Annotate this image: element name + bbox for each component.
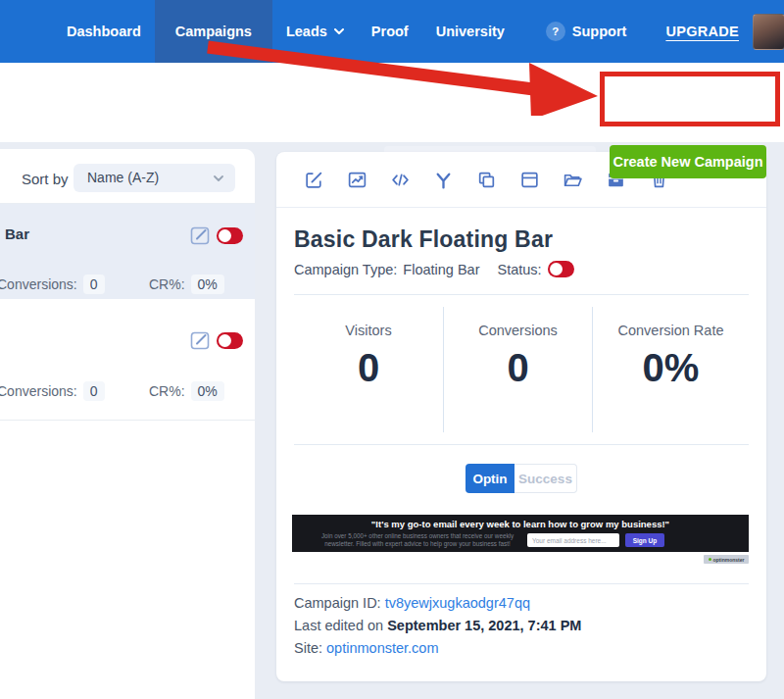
- duplicate-icon: [476, 170, 497, 190]
- conversions-value: 0: [83, 275, 105, 294]
- preview-headline: "It's my go-to email every week to learn…: [292, 519, 749, 529]
- branding-badge: optinmonster: [704, 555, 749, 564]
- divider: [294, 583, 749, 584]
- nav-proof[interactable]: Proof: [358, 0, 422, 63]
- status-label: Status:: [498, 262, 542, 277]
- campaign-type-value: Floating Bar: [403, 262, 479, 277]
- stat-visitors: Visitors 0: [294, 307, 443, 432]
- user-menu[interactable]: Erica: [753, 0, 784, 63]
- edit-campaign-button[interactable]: [189, 225, 212, 247]
- split-test-button[interactable]: [433, 170, 454, 190]
- template-button[interactable]: [519, 170, 540, 190]
- divider: [294, 294, 749, 295]
- split-test-icon: [433, 170, 454, 190]
- campaign-status-toggle[interactable]: [217, 227, 243, 244]
- divider: [294, 444, 749, 445]
- edit-icon: [189, 329, 212, 352]
- analytics-icon: [347, 170, 368, 190]
- campaign-item-title: Bar: [5, 225, 29, 242]
- edit-button[interactable]: [304, 170, 324, 190]
- analytics-button[interactable]: [347, 170, 368, 190]
- campaign-list-sidebar: Sort by Name (A-Z) Bar Conversions: 0 CR…: [0, 149, 255, 699]
- sort-by-label: Sort by: [22, 171, 69, 187]
- site-label: Site:: [294, 640, 322, 656]
- nav-university[interactable]: University: [422, 0, 518, 63]
- campaign-title: Basic Dark Floating Bar: [294, 226, 553, 253]
- embed-code-button[interactable]: [390, 170, 411, 190]
- create-new-campaign-button[interactable]: Create New Campaign: [610, 145, 766, 178]
- conversions-value: 0: [83, 381, 105, 401]
- campaign-meta: Campaign ID: tv8yewjxugkaodgr47qq Last e…: [294, 595, 581, 663]
- campaign-list-item[interactable]: Conversions: 0 CR%: 0%: [0, 299, 255, 421]
- floating-bar-preview: "It's my go-to email every week to learn…: [292, 515, 749, 552]
- folder-icon: [563, 170, 583, 190]
- conversions-label: Conversions:: [0, 383, 77, 399]
- chevron-down-icon: [214, 175, 223, 181]
- cr-label: CR%:: [149, 383, 185, 399]
- badge-dot: [709, 558, 711, 561]
- last-edited-label: Last edited on: [294, 618, 383, 633]
- conversions-label: Conversions:: [0, 276, 77, 292]
- chevron-down-icon: [334, 28, 344, 34]
- nav-leads[interactable]: Leads: [272, 0, 358, 63]
- edit-icon: [304, 170, 324, 190]
- campaign-detail-card: Basic Dark Floating Bar Campaign Type: F…: [276, 152, 766, 681]
- site-link[interactable]: optinmonster.com: [326, 640, 438, 656]
- tab-optin[interactable]: Optin: [466, 464, 514, 493]
- campaign-id-label: Campaign ID:: [294, 595, 381, 611]
- nav-support[interactable]: ? Support: [532, 0, 641, 63]
- campaign-preview: "It's my go-to email every week to learn…: [292, 515, 749, 564]
- campaign-status-toggle[interactable]: [548, 261, 574, 277]
- nav-upgrade[interactable]: UPGRADE: [652, 0, 753, 63]
- cr-value: 0%: [191, 275, 224, 294]
- duplicate-button[interactable]: [476, 170, 497, 190]
- sort-row: Sort by Name (A-Z): [0, 149, 255, 204]
- optinmonster-dashboard: Dashboard Campaigns Leads Proof Universi…: [0, 0, 784, 699]
- folder-button[interactable]: [563, 170, 583, 190]
- nav-dashboard[interactable]: Dashboard: [53, 0, 155, 63]
- campaign-status-toggle[interactable]: [217, 332, 243, 349]
- stat-conversions: Conversions 0: [443, 307, 592, 432]
- edit-icon: [189, 225, 212, 247]
- sort-select[interactable]: Name (A-Z): [74, 164, 235, 192]
- preview-email-input[interactable]: [527, 533, 619, 547]
- avatar: [753, 14, 784, 50]
- edit-campaign-button[interactable]: [189, 329, 212, 352]
- preview-tabs: Optin Success: [276, 464, 766, 493]
- tab-success[interactable]: Success: [514, 464, 577, 493]
- stats-row: Visitors 0 Conversions 0 Conversion Rate…: [294, 307, 749, 432]
- cr-label: CR%:: [149, 276, 185, 292]
- cr-value: 0%: [191, 381, 224, 401]
- question-icon: ?: [546, 22, 565, 41]
- template-icon: [519, 170, 540, 190]
- campaign-type-label: Campaign Type:: [294, 262, 397, 277]
- campaign-subtitle: Campaign Type: Floating Bar Status:: [294, 261, 574, 277]
- preview-signup-button[interactable]: Sign Up: [625, 533, 664, 547]
- last-edited-value: September 15, 2021, 7:41 PM: [387, 618, 581, 633]
- page-header: Create New Campaign: [0, 63, 784, 142]
- nav-campaigns[interactable]: Campaigns: [155, 0, 272, 63]
- preview-body-text: Join over 5,000+ other online business o…: [319, 532, 515, 548]
- top-nav: Dashboard Campaigns Leads Proof Universi…: [0, 0, 784, 63]
- stat-conversion-rate: Conversion Rate 0%: [592, 307, 749, 432]
- code-icon: [390, 170, 411, 190]
- campaign-id-link[interactable]: tv8yewjxugkaodgr47qq: [385, 595, 530, 611]
- campaign-list-item[interactable]: Bar Conversions: 0 CR%: 0%: [0, 204, 255, 299]
